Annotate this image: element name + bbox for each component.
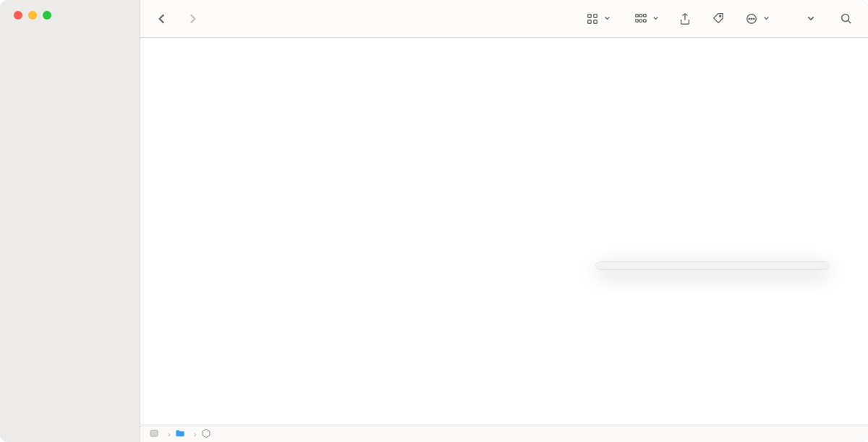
overflow-button[interactable] xyxy=(800,9,820,29)
path-bar: › › xyxy=(140,425,868,442)
group-button[interactable] xyxy=(631,9,659,29)
svg-rect-4 xyxy=(636,14,639,17)
content-area[interactable]: › › xyxy=(140,38,868,442)
action-menu-button[interactable] xyxy=(741,9,770,29)
main-pane: › › xyxy=(140,0,868,442)
svg-point-14 xyxy=(753,18,754,20)
svg-rect-5 xyxy=(639,14,642,17)
svg-marker-17 xyxy=(203,429,210,437)
svg-point-15 xyxy=(842,14,849,21)
close-window-icon[interactable] xyxy=(14,11,22,20)
svg-rect-3 xyxy=(594,20,597,23)
back-button[interactable] xyxy=(152,9,172,29)
sidebar xyxy=(0,0,140,442)
folder-icon xyxy=(175,429,185,439)
forward-button[interactable] xyxy=(182,9,203,29)
hdd-icon xyxy=(149,428,159,440)
view-icons-button[interactable] xyxy=(582,9,610,29)
svg-rect-16 xyxy=(150,430,158,435)
svg-rect-8 xyxy=(639,19,642,22)
tags-button[interactable] xyxy=(708,9,728,29)
context-menu xyxy=(596,262,829,269)
zoom-window-icon[interactable] xyxy=(43,11,51,20)
svg-rect-0 xyxy=(588,14,592,17)
svg-point-12 xyxy=(749,18,750,20)
toolbar xyxy=(140,0,868,38)
svg-rect-7 xyxy=(636,19,639,22)
svg-point-10 xyxy=(720,15,721,17)
search-button[interactable] xyxy=(836,9,856,29)
share-button[interactable] xyxy=(675,9,695,29)
svg-rect-9 xyxy=(644,19,647,22)
svg-rect-2 xyxy=(588,20,592,23)
svg-point-13 xyxy=(751,18,752,20)
window-controls xyxy=(0,11,140,33)
app-icon xyxy=(201,428,211,440)
svg-rect-1 xyxy=(594,14,597,17)
minimize-window-icon[interactable] xyxy=(28,11,37,20)
svg-rect-6 xyxy=(644,14,647,17)
